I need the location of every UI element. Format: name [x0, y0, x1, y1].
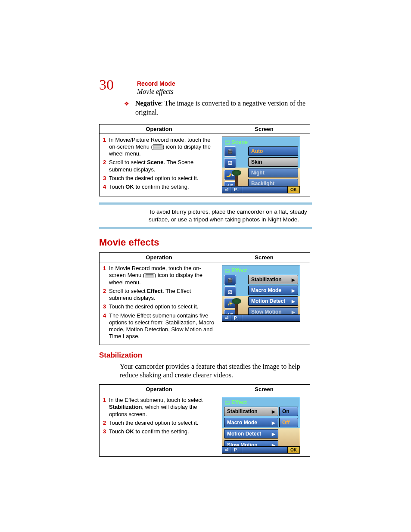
- effect-list: Stabilization▶Macro Mode▶Motion Detect▶S…: [224, 407, 278, 451]
- note-text: To avoid blurry pictures, place the camc…: [149, 208, 312, 224]
- step: 2Touch the desired option to select it.: [103, 420, 215, 426]
- step: 3Touch the desired option to select it.: [103, 303, 215, 310]
- effect-steps: 1In Movie Record mode, touch the on-scre…: [100, 262, 219, 345]
- back-icon: ⏎: [222, 314, 231, 321]
- menu-icon: [153, 144, 162, 149]
- bullet-item: ❖ Negative: The image is converted to a …: [124, 99, 312, 117]
- screen-title: Effect: [225, 267, 247, 274]
- step: 2Scroll to select Scene. The Scene subme…: [103, 159, 215, 173]
- note-separator: [99, 202, 312, 205]
- step: 3Touch the desired option to select it.: [103, 175, 215, 182]
- palm-decoration: [235, 173, 238, 186]
- menu-option: Stabilization▶: [248, 275, 298, 284]
- back-icon: ⏎: [222, 446, 231, 453]
- screen-title: Effect: [225, 399, 247, 405]
- section-title: Movie effects: [137, 88, 175, 96]
- screen-footer: ⏎ P↓ OK: [222, 186, 300, 193]
- col-operation: Operation: [100, 385, 219, 394]
- bullet-text: Negative: The image is converted to a ne…: [135, 99, 312, 117]
- effect-screenshot-cell: Effect 🎬 🖼 ✨ WB Stabilization▶Macro Mode…: [218, 262, 310, 345]
- stabilization-para: Your camcorder provides a feature that s…: [120, 362, 312, 380]
- effect-table: OperationScreen 1In Movie Record mode, t…: [99, 252, 310, 345]
- menu-option: Stabilization▶: [224, 407, 278, 416]
- step: 1In Movie/Picture Record mode, touch the…: [103, 137, 215, 158]
- diamond-bullet-icon: ❖: [124, 100, 129, 107]
- stabilization-values: OnOff: [279, 407, 298, 429]
- palm-decoration: [235, 302, 238, 314]
- page-down-icon: P↓: [231, 446, 242, 453]
- menu-option: Motion Detect▶: [224, 429, 278, 439]
- menu-option: Auto: [248, 146, 298, 156]
- stabilization-screenshot: Effect Stabilization▶Macro Mode▶Motion D…: [222, 397, 300, 454]
- manual-page: 30 Record Mode Movie effects ❖ Negative:…: [0, 0, 411, 532]
- chapter-title: Record Mode: [137, 80, 175, 87]
- stabilization-heading: Stabilization: [99, 351, 312, 360]
- film-icon: 🎬: [224, 146, 236, 157]
- menu-option: On: [279, 407, 298, 416]
- step: 4Touch OK to confirm the setting.: [103, 184, 215, 190]
- page-number: 30: [99, 77, 114, 93]
- col-operation: Operation: [100, 253, 219, 262]
- effect-options: Stabilization▶Macro Mode▶Motion Detect▶S…: [248, 275, 298, 318]
- screen-title: Scene: [225, 139, 248, 145]
- menu-option: Night: [248, 168, 298, 177]
- menu-option: Off: [279, 418, 298, 427]
- ok-button: OK: [287, 446, 300, 453]
- step: 3Touch OK to confirm the setting.: [103, 428, 215, 435]
- page-down-icon: P↓: [231, 186, 242, 193]
- col-screen: Screen: [218, 124, 310, 134]
- menu-icon: [145, 273, 154, 278]
- col-screen: Screen: [218, 253, 310, 262]
- menu-option: Motion Detect▶: [248, 296, 298, 306]
- stabilization-screenshot-cell: Effect Stabilization▶Macro Mode▶Motion D…: [218, 394, 310, 457]
- col-operation: Operation: [100, 124, 219, 134]
- page-header: Record Mode Movie effects: [137, 80, 175, 96]
- menu-option: Skin: [248, 157, 298, 167]
- scene-steps: 1In Movie/Picture Record mode, touch the…: [100, 134, 219, 196]
- step: 1In Movie Record mode, touch the on-scre…: [103, 265, 215, 286]
- scene-table: OperationScreen 1In Movie/Picture Record…: [99, 124, 310, 196]
- scene-icon: 🖼: [224, 158, 236, 168]
- effect-screenshot: Effect 🎬 🖼 ✨ WB Stabilization▶Macro Mode…: [222, 265, 300, 322]
- col-screen: Screen: [218, 385, 310, 394]
- stabilization-table: OperationScreen 1In the Effect submenu, …: [99, 384, 310, 457]
- scene-screenshot-cell: Scene 🎬 🖼 🌙★ WB AutoSkinNightBacklight ⏎…: [218, 134, 310, 196]
- film-icon: 🎬: [224, 275, 236, 285]
- step: 2Scroll to select Effect. The Effect sub…: [103, 288, 215, 302]
- menu-option: Macro Mode▶: [224, 418, 278, 427]
- step: 1In the Effect submenu, touch to select …: [103, 397, 215, 418]
- scene-options: AutoSkinNightBacklight: [248, 146, 298, 190]
- page-down-icon: P↓: [231, 314, 242, 321]
- scene-icon: 🖼: [224, 286, 236, 297]
- menu-option: Macro Mode▶: [248, 286, 298, 295]
- scene-screenshot: Scene 🎬 🖼 🌙★ WB AutoSkinNightBacklight ⏎…: [222, 137, 300, 193]
- screen-footer: ⏎ P↓ OK: [222, 446, 300, 453]
- step: 4The Movie Effect submenu contains five …: [103, 312, 215, 340]
- back-icon: ⏎: [222, 186, 231, 193]
- stabilization-steps: 1In the Effect submenu, touch to select …: [100, 394, 219, 457]
- ok-button: OK: [287, 186, 300, 193]
- movie-effects-heading: Movie effects: [99, 237, 312, 248]
- screen-footer: ⏎ P↓: [222, 314, 300, 321]
- note-separator: [99, 227, 312, 229]
